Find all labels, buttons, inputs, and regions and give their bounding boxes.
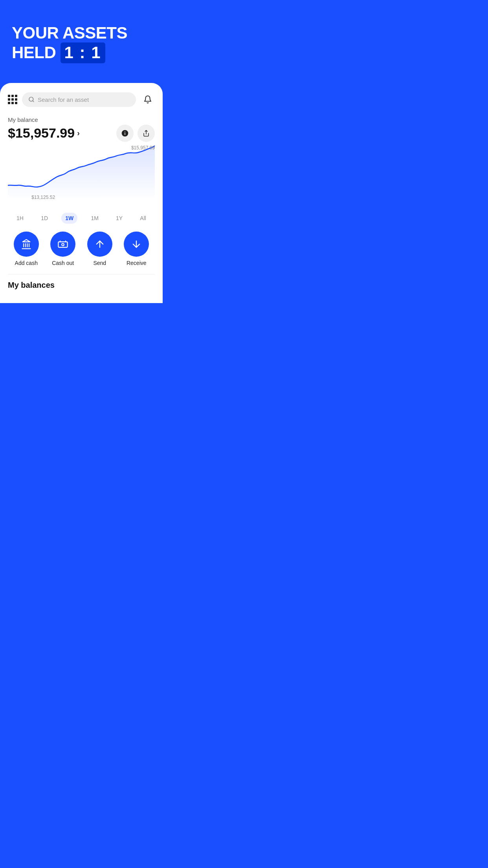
- balance-amount-container[interactable]: $15,957.99 ›: [8, 125, 80, 141]
- grid-dot: [8, 95, 10, 97]
- hero-section: YOUR ASSETS HELD 1 : 1: [0, 0, 163, 79]
- search-icon: [28, 96, 35, 103]
- add-cash-button[interactable]: Add cash: [14, 232, 39, 266]
- info-button[interactable]: [116, 125, 134, 142]
- balance-section: My balance $15,957.99 ›: [8, 116, 155, 142]
- grid-dot: [11, 102, 14, 104]
- grid-dot: [11, 95, 14, 97]
- cash-out-label: Cash out: [52, 260, 74, 266]
- info-icon: [121, 129, 129, 137]
- tab-1w[interactable]: 1W: [61, 213, 77, 224]
- send-icon: [94, 239, 105, 250]
- svg-rect-12: [59, 242, 68, 247]
- chart-low-label: $13,125.52: [31, 195, 55, 200]
- my-balances-section: My balances: [8, 281, 155, 290]
- bell-icon: [143, 95, 152, 104]
- grid-dot: [15, 102, 17, 104]
- grid-dot: [15, 98, 17, 101]
- time-tabs: 1H 1D 1W 1M 1Y All: [8, 213, 155, 224]
- balance-row: $15,957.99 ›: [8, 125, 155, 142]
- hero-badge: 1 : 1: [61, 42, 105, 63]
- grid-dot: [15, 95, 17, 97]
- balance-chevron-icon: ›: [77, 129, 80, 138]
- top-bar: Search for an asset: [8, 92, 155, 107]
- tab-1m[interactable]: 1M: [87, 213, 102, 224]
- balance-action-icons: [116, 125, 155, 142]
- receive-circle: [124, 232, 149, 257]
- svg-marker-11: [22, 239, 30, 242]
- hero-line1: YOUR ASSETS: [12, 24, 127, 42]
- grid-dot: [11, 98, 14, 101]
- cash-out-circle: [50, 232, 75, 257]
- hero-line2-prefix: HELD: [12, 43, 61, 62]
- balance-amount: $15,957.99: [8, 125, 75, 141]
- send-label: Send: [93, 260, 106, 266]
- notification-bell-button[interactable]: [141, 92, 155, 107]
- cash-icon: [57, 239, 68, 250]
- send-circle: [87, 232, 112, 257]
- my-balances-title: My balances: [8, 281, 55, 289]
- share-icon: [143, 130, 150, 137]
- main-card: Search for an asset My balance $15,957.9…: [0, 83, 163, 303]
- receive-label: Receive: [127, 260, 147, 266]
- search-placeholder: Search for an asset: [38, 96, 89, 103]
- svg-point-13: [62, 243, 64, 246]
- tab-1d[interactable]: 1D: [37, 213, 52, 224]
- balance-label: My balance: [8, 116, 155, 123]
- send-button[interactable]: Send: [87, 232, 112, 266]
- balance-chart: [8, 145, 155, 200]
- svg-line-1: [33, 101, 34, 102]
- share-button[interactable]: [138, 125, 155, 142]
- grid-dot: [8, 102, 10, 104]
- cash-out-button[interactable]: Cash out: [50, 232, 75, 266]
- grid-dot: [8, 98, 10, 101]
- chart-high-label: $15,957.99: [131, 145, 155, 151]
- bank-icon: [21, 239, 32, 250]
- tab-all[interactable]: All: [136, 213, 150, 224]
- receive-button[interactable]: Receive: [124, 232, 149, 266]
- search-bar[interactable]: Search for an asset: [22, 92, 136, 107]
- add-cash-label: Add cash: [15, 260, 38, 266]
- chart-container: $15,957.99 $13,125.52: [8, 145, 155, 208]
- hero-title: YOUR ASSETS HELD 1 : 1: [12, 24, 151, 63]
- receive-icon: [131, 239, 142, 250]
- add-cash-circle: [14, 232, 39, 257]
- tab-1y[interactable]: 1Y: [112, 213, 127, 224]
- action-buttons: Add cash Cash out Send: [8, 232, 155, 266]
- grid-menu-icon[interactable]: [8, 95, 17, 104]
- tab-1h[interactable]: 1H: [13, 213, 28, 224]
- section-divider: [8, 274, 155, 274]
